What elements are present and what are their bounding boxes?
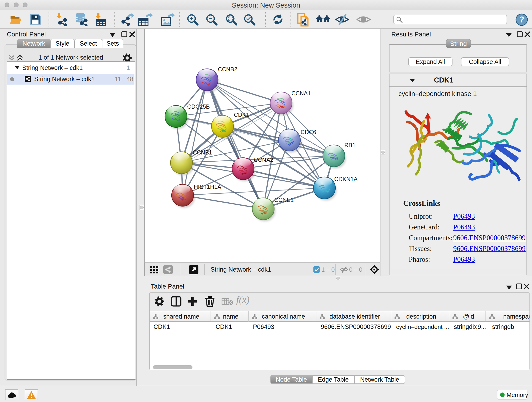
svg-text:CDC6: CDC6 (301, 129, 316, 135)
svg-text:CCNA2: CCNA2 (254, 157, 273, 163)
svg-text:CCNE1: CCNE1 (274, 197, 294, 203)
svg-text:HIST1H1A: HIST1H1A (194, 184, 221, 190)
svg-text:CDC25B: CDC25B (187, 103, 210, 110)
svg-text:CDKN1A: CDKN1A (334, 176, 358, 182)
svg-text:CCNA1: CCNA1 (291, 90, 311, 96)
svg-text:CCNB1: CCNB1 (193, 149, 212, 156)
svg-text:?: ? (519, 15, 524, 24)
svg-text:CCNB2: CCNB2 (218, 66, 237, 72)
svg-text:CDK1: CDK1 (234, 112, 249, 118)
svg-text:RB1: RB1 (344, 142, 355, 148)
